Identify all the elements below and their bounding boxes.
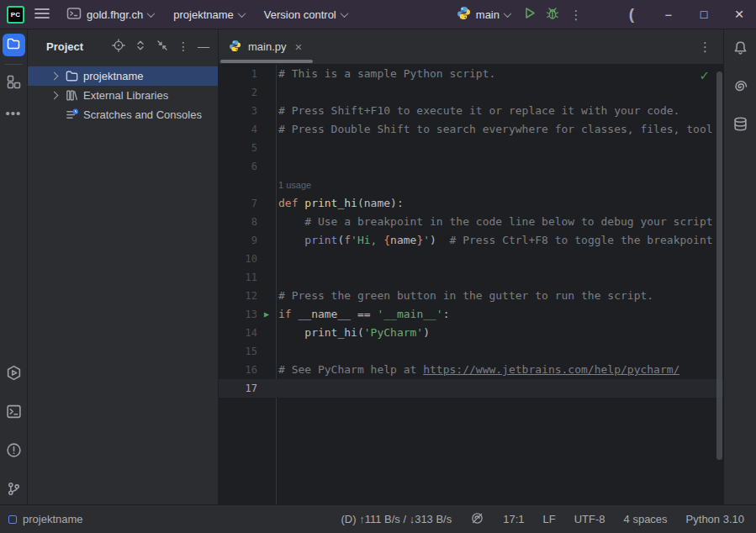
python-logo-icon [457,6,471,23]
inspection-ok-icon[interactable]: ✓ [699,68,710,83]
project-tool-button[interactable] [3,34,25,56]
version-control-tool-button[interactable] [3,478,25,501]
more-tools-button[interactable]: ••• [3,102,25,124]
folder-icon [64,69,79,84]
editor: main.py × ⋮ 1# This is a sample Python s… [219,29,723,504]
code-line[interactable]: 14 print_hi('PyCharm') [219,324,723,342]
run-config-widget[interactable]: main [450,3,517,26]
inlay-hint-row[interactable]: 1 usage [219,176,723,194]
code-text: 1 usage [276,176,311,194]
code-text: if __name__ == '__main__': [276,305,450,324]
interpreter-widget[interactable]: Python 3.10 [686,513,744,525]
line-number: 3 [219,102,257,120]
strip-divider [5,64,22,65]
code-line[interactable]: 9 print(f'Hi, {name}') # Press Ctrl+F8 t… [219,231,723,250]
notifications-tool-button[interactable] [729,38,752,61]
bell-icon [732,40,748,59]
tab-main-py[interactable]: main.py × [219,29,310,64]
code-line[interactable]: 10 [219,250,723,268]
locate-file-icon[interactable] [112,39,125,55]
line-ending-widget[interactable]: LF [543,513,556,525]
code-line[interactable]: 3# Press Shift+F10 to execute it or repl… [219,102,723,120]
collapse-all-icon[interactable] [156,39,169,55]
tree-item-projektname[interactable]: projektname [28,66,218,86]
tree-item-label: projektname [83,70,144,82]
more-actions-button[interactable]: ⋮ [564,3,588,26]
line-number: 14 [219,324,257,342]
remote-terminal-icon [66,7,82,23]
gutter-spacer [257,194,276,213]
panel-options-icon[interactable]: ⋮ [177,40,189,52]
hide-panel-icon[interactable]: — [198,40,209,53]
tree-item-scratches[interactable]: Scratches and Consoles [28,105,218,124]
code-text: print(f'Hi, {name}') # Press Ctrl+F8 to … [276,231,713,250]
left-tool-strip: ••• [0,29,28,504]
tab-options-icon[interactable]: ⋮ [699,40,711,53]
code-text [276,139,278,157]
problems-tool-button[interactable] [3,440,25,462]
code-line[interactable]: 6 [219,157,723,176]
expand-collapse-icon[interactable] [134,39,147,55]
tab-label: main.py [248,40,287,53]
code-line[interactable]: 7def print_hi(name): [219,194,723,213]
code-line[interactable]: 13▶if __name__ == '__main__': [219,305,723,324]
code-line[interactable]: 4# Press Double Shift to search everywhe… [219,120,723,139]
right-tool-strip [723,29,756,504]
pycharm-window: PC gold.fhgr.ch projektname Version cont… [0,0,756,533]
ai-assistant-tool-button[interactable] [729,76,752,98]
terminal-tool-button[interactable] [3,401,25,424]
code-line[interactable]: 12# Press the green button in the gutter… [219,287,723,305]
line-number: 6 [219,157,257,176]
chevron-right-icon[interactable] [48,92,60,98]
code-line[interactable]: 1# This is a sample Python script. [219,65,723,83]
maximize-button[interactable]: □ [692,3,716,26]
chevron-right-icon[interactable] [48,73,60,79]
close-button[interactable]: × [727,3,751,26]
encoding-widget[interactable]: UTF-8 [574,513,605,525]
code-line[interactable]: 16# See PyCharm help at https://www.jetb… [219,361,723,379]
project-widget[interactable]: projektname [167,3,251,26]
line-number: 15 [219,342,257,361]
debug-button[interactable] [541,3,564,26]
vcs-label: Version control [264,8,336,21]
code-text: # Use a breakpoint in the code line belo… [276,213,713,231]
code-line[interactable]: 8 # Use a breakpoint in the code line be… [219,213,723,231]
code-line[interactable]: 17 [219,379,723,398]
crescent-icon[interactable]: ( [620,3,643,26]
gutter-spacer [257,157,276,176]
statusbar-project-widget[interactable]: projektname [0,513,83,525]
run-button[interactable] [517,3,541,26]
terminal-icon [6,404,22,422]
gutter-run-icon[interactable]: ▶ [257,305,276,324]
code-area[interactable]: 1# This is a sample Python script.23# Pr… [219,65,723,504]
titlebar: PC gold.fhgr.ch projektname Version cont… [0,0,756,29]
caret-position-widget[interactable]: 17:1 [503,513,524,525]
line-number: 8 [219,213,257,231]
code-line[interactable]: 11 [219,268,723,287]
usage-inlay-hint[interactable]: 1 usage [278,180,311,190]
database-tool-button[interactable] [729,113,752,136]
tab-close-icon[interactable]: × [295,40,303,54]
code-line[interactable]: 2 [219,83,723,102]
line-number: 12 [219,287,257,305]
main-menu-button[interactable] [30,3,54,26]
vertical-scrollbar[interactable] [716,71,722,460]
structure-tool-button[interactable] [3,71,25,94]
indent-widget[interactable]: 4 spaces [624,513,668,525]
pycharm-logo-text: PC [11,11,21,18]
project-widget-icon [8,515,17,524]
tree-item-external-libraries[interactable]: External Libraries [28,86,218,105]
services-tool-button[interactable] [3,362,25,385]
gutter-spacer [257,65,276,83]
gutter-spacer [257,324,276,342]
code-line[interactable]: 15 [219,342,723,361]
code-line[interactable]: 5 [219,139,723,157]
vcs-widget[interactable]: Version control [257,3,354,26]
minimize-button[interactable]: − [657,3,680,26]
network-speed-widget[interactable]: (D) ↑111 B/s / ↓313 B/s [341,513,452,525]
remote-host-widget[interactable]: gold.fhgr.ch [60,3,161,26]
chevron-down-icon [340,9,348,18]
highlighting-level-icon[interactable] [470,511,484,528]
run-config-label: main [476,8,500,21]
project-name-label: projektname [173,8,234,21]
